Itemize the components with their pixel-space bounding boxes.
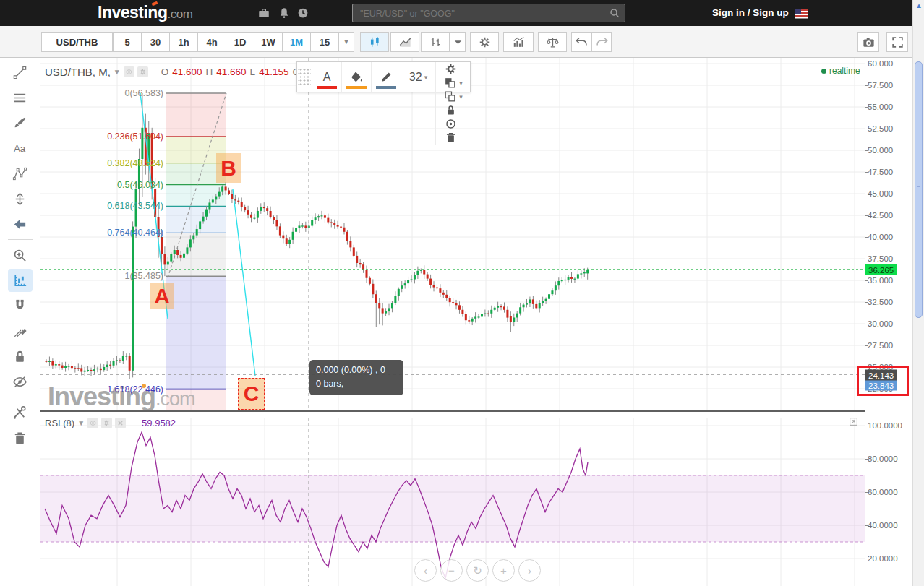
price-tick: 42.500 bbox=[868, 211, 893, 220]
fib-level-0.236[interactable]: 0.236(51.604) bbox=[107, 132, 163, 142]
scrollbar-thumb[interactable] bbox=[915, 61, 923, 318]
visual-order-button[interactable] bbox=[435, 117, 465, 131]
compare-scales-button[interactable] bbox=[538, 32, 567, 52]
sign-up-link[interactable]: Sign up bbox=[753, 7, 789, 18]
send-backward-button[interactable]: ▾ bbox=[435, 90, 470, 103]
tool-gann-fib-lines[interactable] bbox=[8, 86, 33, 109]
chevron-down-icon[interactable]: ▼ bbox=[77, 419, 85, 427]
delete-button[interactable] bbox=[435, 131, 465, 145]
timeframe-5[interactable]: 5 bbox=[113, 32, 141, 52]
fullscreen-button[interactable] bbox=[886, 32, 908, 52]
quote-search-box bbox=[352, 4, 625, 22]
tool-lock-drawings[interactable] bbox=[8, 345, 33, 368]
tool-object-tree[interactable] bbox=[8, 401, 33, 424]
indicators-icon bbox=[512, 35, 526, 49]
pan-right-button[interactable]: › bbox=[518, 559, 541, 582]
chart-settings-button[interactable] bbox=[470, 32, 499, 52]
red-box-annotation[interactable] bbox=[857, 366, 909, 396]
chart-type-line-button[interactable] bbox=[390, 32, 419, 52]
undo-icon bbox=[575, 35, 589, 49]
price-axis[interactable]: 60.00057.50055.00052.50050.00047.50045.0… bbox=[865, 58, 912, 586]
gear-icon[interactable] bbox=[101, 418, 112, 428]
close-icon[interactable] bbox=[115, 418, 126, 428]
zoom-out-button[interactable]: − bbox=[440, 559, 463, 582]
symbol-button[interactable]: USD/THB bbox=[41, 32, 113, 52]
chart-title[interactable]: USD/THB, M, bbox=[45, 66, 111, 78]
toolbar-drag-handle[interactable] bbox=[298, 68, 311, 86]
page-scrollbar[interactable]: ▲ bbox=[912, 0, 924, 586]
chart-type-candles-button[interactable] bbox=[360, 32, 389, 52]
reset-view-button[interactable]: ↻ bbox=[466, 559, 489, 582]
low-label: L bbox=[250, 66, 256, 77]
wave-label-a[interactable]: A bbox=[150, 283, 174, 309]
timeframe-1d[interactable]: 1D bbox=[226, 32, 254, 52]
fib-level-0.764[interactable]: 0.764(40.464) bbox=[107, 228, 163, 238]
alerts-icon[interactable] bbox=[278, 7, 291, 20]
timeframe-1w[interactable]: 1W bbox=[254, 32, 282, 52]
tool-trend-line[interactable] bbox=[8, 61, 33, 84]
tool-remove-drawings[interactable] bbox=[8, 426, 33, 449]
investing-logo[interactable]: Investing.com bbox=[98, 3, 192, 22]
chevron-down-icon[interactable]: ▼ bbox=[114, 68, 121, 76]
sign-in-link[interactable]: Sign in bbox=[712, 7, 745, 18]
scroll-up-arrow[interactable]: ▲ bbox=[915, 1, 923, 12]
lock-button[interactable] bbox=[435, 103, 465, 117]
tool-magnet[interactable] bbox=[8, 294, 33, 317]
timeframe-30[interactable]: 30 bbox=[141, 32, 169, 52]
recent-quotes-icon[interactable] bbox=[296, 7, 309, 20]
tool-xabcd-pattern[interactable] bbox=[8, 162, 33, 185]
redo-button[interactable] bbox=[591, 32, 612, 52]
bring-forward-button[interactable]: ▾ bbox=[435, 76, 470, 90]
settings-button[interactable] bbox=[435, 62, 465, 76]
tool-measure[interactable] bbox=[8, 269, 33, 292]
font-size-select[interactable]: 32▾ bbox=[401, 62, 435, 92]
search-input[interactable] bbox=[359, 6, 600, 22]
fib-level-1.618[interactable]: 1.618(22.446) bbox=[107, 384, 163, 395]
tool-arrow-left[interactable] bbox=[8, 212, 33, 236]
fib-level-0.382[interactable]: 0.382(48.524) bbox=[107, 158, 163, 168]
tool-brush[interactable] bbox=[8, 111, 33, 134]
timeframe-1h[interactable]: 1h bbox=[169, 32, 197, 52]
fib-level-0[interactable]: 0(56.583) bbox=[124, 88, 163, 98]
tool-forecast[interactable] bbox=[8, 187, 33, 210]
tool-text-tool[interactable]: Aa bbox=[8, 137, 33, 160]
expand-panel-icon[interactable] bbox=[849, 416, 858, 426]
snapshot-camera-button[interactable] bbox=[857, 32, 879, 52]
timeframe-15[interactable]: 15 bbox=[310, 32, 338, 52]
fib-level-1[interactable]: 1(35.485) bbox=[124, 271, 163, 281]
price-tick: 47.500 bbox=[868, 168, 893, 176]
portfolio-icon[interactable] bbox=[257, 7, 270, 20]
zoom-in-chart-button[interactable]: + bbox=[492, 559, 515, 582]
timeframe-4h[interactable]: 4h bbox=[197, 32, 226, 52]
undo-button[interactable] bbox=[571, 32, 591, 52]
eye-icon[interactable] bbox=[124, 66, 134, 77]
search-icon[interactable] bbox=[609, 7, 620, 19]
us-flag-icon[interactable] bbox=[795, 9, 808, 19]
eye-icon[interactable] bbox=[87, 418, 98, 428]
timeframe-dropdown[interactable]: ▼ bbox=[338, 32, 354, 52]
fib-level-0.5[interactable]: 0.5(46.034) bbox=[117, 180, 163, 190]
indicators-button[interactable] bbox=[503, 32, 534, 52]
chart-navigation: ‹−↻+› bbox=[414, 559, 541, 582]
fill-color-button[interactable] bbox=[341, 62, 371, 92]
tool-stay-drawing-mode[interactable] bbox=[8, 319, 33, 342]
delete-icon bbox=[444, 131, 458, 145]
pan-left-button[interactable]: ‹ bbox=[414, 559, 437, 582]
price-tick: 55.000 bbox=[868, 103, 893, 111]
text-color-button[interactable]: A bbox=[312, 62, 341, 92]
remove-drawings-icon bbox=[12, 430, 28, 447]
tool-hide-drawings[interactable] bbox=[8, 370, 33, 393]
panel-divider[interactable] bbox=[40, 410, 865, 412]
chart-toolbar: USD/THB 5301h4h1D1W1M15▼ bbox=[0, 26, 912, 58]
rsi-title[interactable]: RSI (8) bbox=[45, 418, 74, 428]
wave-label-c[interactable]: C bbox=[238, 378, 265, 410]
gear-icon[interactable] bbox=[137, 66, 148, 77]
tool-zoom-in[interactable] bbox=[8, 244, 33, 267]
wave-label-b[interactable]: B bbox=[216, 153, 241, 183]
chart-type-bars-button[interactable] bbox=[421, 32, 450, 52]
bring-forward-icon bbox=[443, 76, 457, 90]
chart-style-dropdown-button[interactable] bbox=[450, 32, 466, 52]
line-color-button[interactable] bbox=[371, 62, 401, 92]
timeframe-1m[interactable]: 1M bbox=[282, 32, 310, 52]
fib-level-0.618[interactable]: 0.618(43.544) bbox=[107, 201, 163, 211]
